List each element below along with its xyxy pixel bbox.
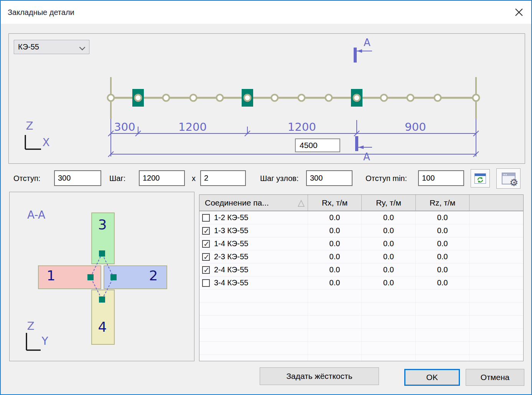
part-1-label: 1 [47,268,56,283]
ok-button[interactable]: OK [404,369,460,386]
rz-value: 0.0 [416,250,469,263]
dim-segment-1: 300 [114,120,135,133]
connection-name: 1-2 КЭ-55 [214,213,248,222]
connection-name: 2-3 КЭ-55 [214,252,248,261]
gear-icon: ⚙ [509,178,518,188]
part-3-label: 3 [98,217,107,232]
connection-name: 1-4 КЭ-55 [214,239,248,248]
dim-segment-2: 1200 [178,120,207,133]
empty-row [199,329,523,342]
dialog-window: Закладные детали КЭ-55 [0,0,532,395]
section-mark-bottom: A [355,136,372,163]
offset-input[interactable] [54,170,101,186]
offset-label: Отступ: [13,174,40,183]
sort-ascending-icon: △ [298,198,305,207]
row-checkbox[interactable] [202,240,210,248]
dim-segment-4: 900 [405,120,426,133]
title-bar: Закладные детали [1,1,531,24]
rz-value: 0.0 [416,237,469,250]
settings-window-icon: ⚙ [502,173,516,184]
empty-row [199,316,523,329]
axis-z-label-2: Z [27,320,34,332]
step-label: Шаг: [109,174,125,183]
section-view-title: A-A [27,209,45,221]
column-header-ry[interactable]: Ry, т/м [362,195,416,211]
refresh-window-icon [474,173,486,184]
rz-value: 0.0 [416,263,469,276]
row-checkbox[interactable] [202,214,210,222]
ry-value: 0.0 [362,276,416,289]
part-2-label: 2 [149,268,158,283]
empty-row [199,290,523,303]
offset-min-input[interactable] [418,170,464,186]
cancel-button[interactable]: Отмена [466,369,524,386]
rx-value: 0.0 [308,211,362,224]
refresh-button[interactable] [471,169,490,188]
rx-value: 0.0 [308,250,362,263]
empty-row [199,342,523,355]
axis-y-label: Y [41,335,48,347]
row-checkbox[interactable] [202,266,210,274]
ry-value: 0.0 [362,237,416,250]
row-checkbox[interactable] [202,227,210,235]
table-row[interactable]: 1-3 КЭ-55 0.0 0.0 0.0 [199,224,523,237]
ry-value: 0.0 [362,224,416,237]
times-input[interactable] [200,170,246,186]
cross-section-panel: A-A 1 2 3 4 Z Y [9,192,194,361]
rx-value: 0.0 [308,263,362,276]
step-input[interactable] [139,170,185,186]
table-row[interactable]: 2-3 КЭ-55 0.0 0.0 0.0 [199,250,523,263]
rx-value: 0.0 [308,276,362,289]
refresh-icon [476,176,484,183]
column-header-rx[interactable]: Rx, т/м [308,195,362,211]
element-type-select[interactable]: КЭ-55 [14,40,89,54]
total-length-input[interactable] [295,138,340,152]
axis-x-label: X [42,136,49,149]
chevron-down-icon [80,44,85,49]
column-header-empty [469,195,523,211]
column-header-connection[interactable]: Соединение па... △ [199,195,308,211]
table-row[interactable]: 1-4 КЭ-55 0.0 0.0 0.0 [199,237,523,250]
rx-value: 0.0 [308,237,362,250]
column-header-connection-label: Соединение па... [205,198,269,207]
ry-value: 0.0 [362,263,416,276]
axis-z-label: Z [26,120,33,132]
connections-table: Соединение па... △ Rx, т/м Ry, т/м Rz, т… [199,194,524,361]
rz-value: 0.0 [416,224,469,237]
set-stiffness-button[interactable]: Задать жёсткость [260,367,379,385]
close-button[interactable] [512,5,526,19]
ry-value: 0.0 [362,250,416,263]
cross-section-view: A-A 1 2 3 4 Z Y [10,192,194,361]
offset-min-label: Отступ min: [366,174,407,183]
dialog-title: Закладные детали [8,8,74,17]
section-letter-top: A [364,37,371,48]
element-type-value: КЭ-55 [18,43,80,51]
connection-name: 1-3 КЭ-55 [214,226,248,235]
close-icon [514,7,524,17]
section-letter-bottom: A [363,151,370,163]
table-header: Соединение па... △ Rx, т/м Ry, т/м Rz, т… [199,195,523,211]
connection-name: 3-4 КЭ-55 [214,278,248,287]
settings-button[interactable]: ⚙ [496,168,520,189]
rz-value: 0.0 [416,211,469,224]
table-row[interactable]: 1-2 КЭ-55 0.0 0.0 0.0 [199,211,523,224]
ry-value: 0.0 [362,211,416,224]
zx-axis: Z X [25,120,50,149]
rz-value: 0.0 [416,276,469,289]
column-header-rz[interactable]: Rz, т/м [416,195,469,211]
row-checkbox[interactable] [202,279,210,287]
empty-row [199,355,523,361]
node-step-label: Шаг узлов: [260,174,298,183]
row-checkbox[interactable] [202,253,210,261]
empty-row [199,303,523,316]
table-row[interactable]: 3-4 КЭ-55 0.0 0.0 0.0 [199,276,523,290]
beam-diagram-panel: КЭ-55 [8,33,525,164]
rx-value: 0.0 [308,224,362,237]
connection-name: 2-4 КЭ-55 [214,265,248,274]
section-mark-top: A [354,37,372,63]
table-row[interactable]: 2-4 КЭ-55 0.0 0.0 0.0 [199,263,523,276]
zy-axis: Z Y [26,320,48,350]
times-label: x [192,174,196,183]
node-step-input[interactable] [306,170,352,186]
dim-segment-3: 1200 [288,120,316,133]
